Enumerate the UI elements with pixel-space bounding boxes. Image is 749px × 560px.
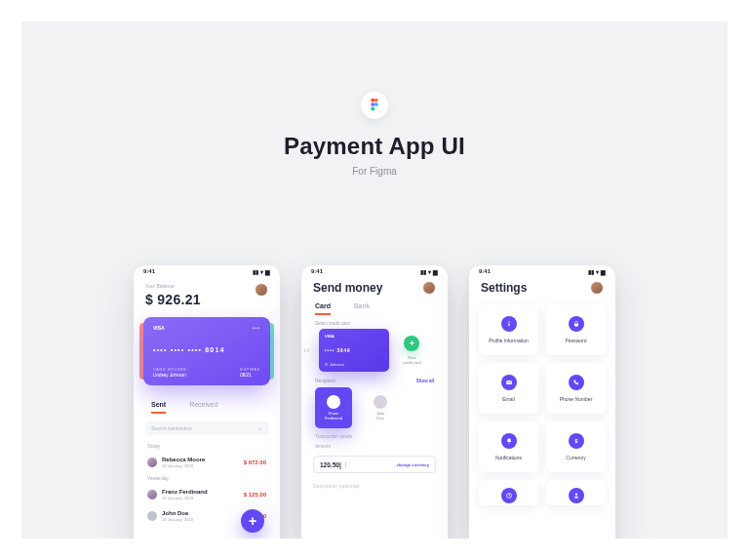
- svg-point-2: [371, 102, 374, 106]
- clock: 9:41: [311, 268, 323, 274]
- tx-name: Rebecca Moore: [162, 457, 205, 462]
- tx-avatar: [147, 458, 157, 467]
- svg-point-3: [374, 102, 378, 106]
- tile-label: Profile Information: [489, 338, 529, 343]
- svg-text:$: $: [574, 438, 577, 444]
- svg-rect-6: [508, 323, 509, 326]
- desc-text: Description: [313, 483, 337, 489]
- svg-point-12: [574, 494, 576, 496]
- bg-card-last4: 14: [303, 347, 310, 353]
- card-exp: 08/21: [240, 373, 251, 378]
- card-menu-icon[interactable]: •••: [253, 325, 260, 331]
- credit-card[interactable]: VISA ••• •••• •••• •••• 8014 CARD HOLDER…: [143, 317, 270, 385]
- status-icons: ▮▮▾▆: [588, 268, 606, 275]
- mail-icon: [501, 375, 517, 390]
- change-currency-link[interactable]: change currency: [396, 462, 429, 467]
- screen-settings: 9:41▮▮▾▆ Settings Profile Information Pa…: [469, 265, 615, 539]
- card-holder-label: CARD HOLDER: [153, 368, 186, 372]
- mini-credit-card[interactable]: VISA •••• 3849 S. Johnson: [319, 329, 389, 372]
- caret-icon: |: [339, 461, 341, 468]
- balance-label: Your Balance: [145, 283, 201, 289]
- screen-send-money: 9:41▮▮▾▆ Send money Card Bank Select cre…: [301, 265, 448, 539]
- bell-icon: [501, 433, 517, 449]
- dollar-icon: $: [569, 433, 584, 449]
- recipient-avatar: [374, 395, 387, 409]
- card-number: •••• •••• •••• 8014: [153, 346, 260, 353]
- avatar[interactable]: [590, 281, 604, 295]
- group-today: Today: [134, 441, 280, 452]
- tile-label: Currency: [566, 455, 585, 460]
- add-button[interactable]: +: [241, 509, 264, 533]
- tx-amount: $ 972.00: [244, 460, 266, 465]
- tx-avatar: [147, 490, 157, 500]
- show-all-link[interactable]: Show all: [416, 379, 434, 383]
- figma-icon: [361, 92, 388, 119]
- recipient-name: Franz Ferdinand: [325, 412, 342, 421]
- svg-point-4: [371, 107, 374, 111]
- details-label: Transaction details: [301, 428, 448, 442]
- screen-title: Send money: [313, 281, 382, 295]
- tx-avatar: [147, 511, 157, 521]
- lock-icon: [569, 316, 584, 332]
- tile-label: Password: [566, 338, 587, 343]
- tab-received[interactable]: Received: [189, 397, 217, 414]
- tile-more[interactable]: [479, 480, 538, 505]
- tile-label: Phone Number: [560, 396, 593, 402]
- tab-card[interactable]: Card: [315, 299, 331, 315]
- desc-hint: (optional): [338, 483, 359, 489]
- status-icons: ▮▮▾▆: [253, 268, 270, 275]
- balance-value: $ 926.21: [145, 292, 201, 307]
- tile-email[interactable]: Email: [479, 363, 538, 414]
- svg-point-5: [508, 321, 509, 322]
- clock: 9:41: [479, 268, 491, 274]
- tile-password[interactable]: Password: [546, 304, 606, 355]
- tx-date: 20 January, 2019: [162, 463, 205, 468]
- tx-amount: $ 125.00: [244, 492, 266, 498]
- tile-phone[interactable]: Phone Number: [546, 363, 606, 414]
- search-icon: ⌕: [258, 425, 262, 431]
- tile-more[interactable]: [546, 480, 606, 505]
- tile-currency[interactable]: $Currency: [546, 421, 606, 472]
- transaction-row[interactable]: Franz Ferdinand19 January, 2019 $ 125.00: [134, 484, 280, 505]
- select-card-label: Select credit card: [301, 315, 448, 329]
- tab-sent[interactable]: Sent: [151, 397, 166, 414]
- recipient-item[interactable]: John Doe: [362, 387, 399, 428]
- clock: 9:41: [143, 268, 155, 274]
- tile-label: Email: [502, 396, 515, 402]
- recipient-name: John Doe: [376, 412, 385, 421]
- user-icon: [569, 488, 584, 503]
- card-brand: VISA: [153, 325, 165, 331]
- screen-balance: 9:41 ▮▮▾▆ Your Balance $ 926.21 VISA •••: [134, 265, 280, 539]
- mini-card-holder: S. Johnson: [325, 362, 383, 367]
- amount-value: 120.50: [320, 461, 339, 468]
- mini-card-number: •••• 3849: [325, 348, 383, 353]
- recipient-item[interactable]: Franz Ferdinand: [315, 387, 352, 428]
- info-icon: [501, 316, 517, 332]
- add-card-button[interactable]: + New credit card: [403, 336, 421, 365]
- avatar[interactable]: [255, 283, 268, 297]
- page-subtitle: For Figma: [21, 166, 728, 177]
- recipient-label: Recipient: [315, 378, 335, 383]
- tx-date: 19 January, 2019: [162, 496, 208, 500]
- plus-icon: +: [404, 336, 419, 351]
- screen-title: Settings: [481, 281, 527, 295]
- avatar[interactable]: [422, 281, 436, 295]
- amount-input[interactable]: 120.50| change currency: [313, 456, 436, 473]
- card-exp-label: EXPIRES: [240, 368, 260, 372]
- card-holder: Lindsey Johnson: [153, 373, 186, 378]
- transaction-row[interactable]: Rebecca Moore20 January, 2019 $ 972.00: [134, 452, 280, 473]
- clock-icon: [501, 488, 517, 503]
- status-bar: 9:41 ▮▮▾▆: [134, 265, 280, 277]
- tile-notifications[interactable]: Notifications: [479, 421, 538, 472]
- svg-point-9: [508, 442, 509, 443]
- tx-date: 19 January, 2019: [162, 517, 193, 522]
- mini-card-brand: VISA: [325, 334, 383, 339]
- tile-label: Notifications: [495, 455, 522, 460]
- add-card-label: New credit card: [403, 355, 421, 365]
- recipient-avatar: [327, 395, 340, 409]
- tab-bank[interactable]: Bank: [354, 299, 370, 315]
- tile-profile[interactable]: Profile Information: [479, 304, 538, 355]
- description-label: Description (optional): [313, 483, 436, 489]
- search-placeholder: Search transaction: [151, 425, 192, 431]
- search-input[interactable]: Search transaction ⌕: [145, 421, 268, 435]
